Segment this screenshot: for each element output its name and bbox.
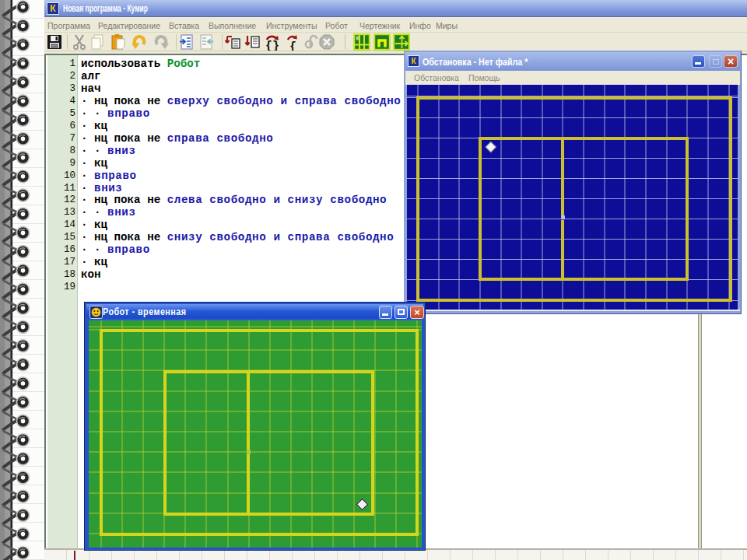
svg-text:{: { (289, 40, 296, 51)
svg-text:{}: {} (265, 40, 279, 51)
